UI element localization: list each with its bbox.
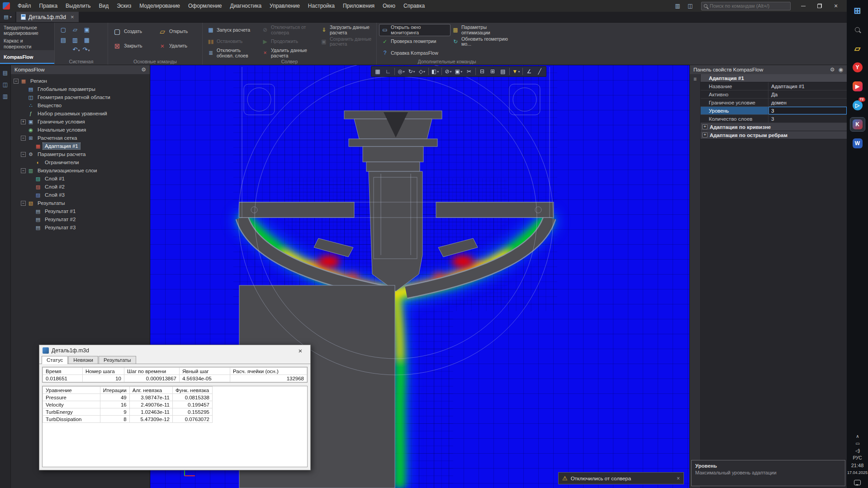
tree-item-calculation-params[interactable]: −⚙Параметры расчета <box>11 150 150 158</box>
run-calculation-button[interactable]: ▦Запуск расчета <box>205 27 260 33</box>
tray-chevron-icon[interactable]: ∧ <box>856 434 859 439</box>
tree-item-result-3[interactable]: ▤Результат #3 <box>11 223 150 232</box>
continue-calculation-button[interactable]: ▶Продолжить <box>260 38 318 45</box>
local-cs-button[interactable]: ∟ <box>383 67 393 76</box>
delete-button[interactable]: ×Удалить <box>156 42 199 51</box>
delete-calculation-data-button[interactable]: ×Удалить данные расчета <box>260 47 318 59</box>
open-document-button[interactable]: ▱Открыть <box>156 28 199 36</box>
restore-button[interactable] <box>811 0 828 12</box>
command-search-input[interactable] <box>710 3 784 9</box>
menubar-item-management[interactable]: Управление <box>266 1 304 10</box>
clip-button[interactable]: ✂ <box>464 67 474 76</box>
tab-status[interactable]: Статус <box>42 356 68 364</box>
menubar-item-modeling[interactable]: Моделирование <box>135 1 184 10</box>
menubar-item-diagnostics[interactable]: Диагностика <box>226 1 266 10</box>
property-row-name[interactable]: НазваниеАдаптация #1 <box>701 82 847 90</box>
panel-tab-tree-icon[interactable]: ▤ <box>3 70 8 76</box>
kompas-3d-button[interactable]: K <box>850 118 865 131</box>
mode-wireframe-surfaces[interactable]: Каркас и поверхности <box>0 37 54 51</box>
volume-icon[interactable]: ◁) <box>855 448 859 453</box>
quick-open-icon[interactable]: ▱ <box>73 26 77 33</box>
undo-button[interactable]: ↶ <box>73 46 80 53</box>
ruler-button[interactable]: ∠ <box>524 67 534 76</box>
start-button[interactable]: ⊞ <box>850 4 865 17</box>
tree-expander[interactable]: − <box>21 136 26 141</box>
dialog-close-button[interactable]: × <box>294 347 307 355</box>
tree-item-equations-set[interactable]: ƒНабор решаемых уравнений <box>11 109 150 118</box>
hide-objects-button[interactable]: ⊘ <box>443 67 453 76</box>
mode-kompasflow[interactable]: KompasFlow <box>0 50 54 64</box>
notifications-icon[interactable] <box>854 480 861 485</box>
tree-expander[interactable]: − <box>21 201 26 206</box>
toast-close-icon[interactable]: × <box>677 475 680 482</box>
gear-icon[interactable]: ⚙ <box>830 66 835 73</box>
property-value[interactable]: Да <box>768 90 847 98</box>
property-group-header[interactable]: Адаптация #1 <box>701 74 847 82</box>
menubar-item-select[interactable]: Выделить <box>62 1 95 10</box>
windows-arrange-icon[interactable]: ◫ <box>684 1 696 10</box>
section-curvature-adaptation[interactable]: +Адаптация по кривизне <box>701 123 847 131</box>
network-icon[interactable]: ▭ <box>855 441 859 446</box>
layout-toggle-icon[interactable]: ▥ <box>672 1 683 10</box>
tree-item-layer-3[interactable]: ▨Слой #3 <box>11 191 150 199</box>
quick-properties-icon[interactable]: ▦ <box>84 37 90 43</box>
menubar-item-help[interactable]: Справка <box>399 1 429 10</box>
update-geometry-button[interactable]: ↻Обновить геометрию мо... <box>450 36 514 47</box>
file-explorer-button[interactable]: ▱ <box>850 42 865 55</box>
yandex-browser-button[interactable]: Y <box>850 61 865 74</box>
section-expander[interactable]: + <box>702 124 707 129</box>
tree-item-boundary-conditions[interactable]: +▣Граничные условия <box>11 118 150 126</box>
quick-print-icon[interactable]: ▤ <box>61 37 66 43</box>
menubar-item-applications[interactable]: Приложения <box>339 1 379 10</box>
tree-item-results[interactable]: −▧Результаты <box>11 199 150 207</box>
snapshot-button[interactable]: ▣ <box>454 67 464 76</box>
telegram-button[interactable]: ▷ 72 <box>850 99 865 112</box>
panel-tab-params-icon[interactable]: ◫ <box>3 81 8 88</box>
menubar-item-sketch[interactable]: Эскиз <box>113 1 135 10</box>
property-value[interactable]: Адаптация #1 <box>768 82 847 90</box>
optimization-parameters-button[interactable]: ▩Параметры оптимизации <box>450 24 514 36</box>
open-monitor-window-button[interactable]: ▭Открыть окно мониторинга <box>379 24 450 36</box>
app-logo-icon[interactable] <box>3 2 10 9</box>
home-tab-button[interactable]: ▤ <box>0 12 15 22</box>
load-calculation-data-button[interactable]: ⇓Загрузить данные расчета <box>318 24 374 36</box>
property-value[interactable]: домен <box>768 99 847 106</box>
section-sharp-edges-adaptation[interactable]: +Адаптация по острым ребрам <box>701 131 847 139</box>
tree-expander[interactable]: + <box>21 119 26 124</box>
property-row-boundary-condition[interactable]: Граничное условиедомен <box>701 99 847 107</box>
close-button[interactable]: × <box>828 0 844 12</box>
section-expander[interactable]: + <box>702 133 707 137</box>
tree-item-layer-2[interactable]: ▨Слой #2 <box>11 183 150 191</box>
property-value-editor[interactable]: 3 <box>768 107 847 114</box>
filter-button[interactable]: ▼ <box>511 67 521 76</box>
media-app-button[interactable]: ▶ <box>850 80 865 93</box>
new-document-button[interactable]: ▢Создать <box>111 28 156 36</box>
layers-button[interactable]: ▤ <box>498 67 508 76</box>
tree-item-result-2[interactable]: ▤Результат #2 <box>11 215 150 223</box>
tree-item-domain-geometry[interactable]: ◫Геометрия расчетной области <box>11 93 150 101</box>
minimize-button[interactable] <box>795 0 811 12</box>
property-row-level[interactable]: Уровень3 <box>701 107 847 115</box>
kompasflow-help-button[interactable]: ?Справка KompasFlow <box>379 50 450 57</box>
dialog-title-bar[interactable]: Деталь1ф.m3d × <box>39 345 310 356</box>
property-value[interactable]: 3 <box>768 115 847 123</box>
document-tab[interactable]: Деталь1ф.m3d × <box>16 12 79 22</box>
taskbar-search-button[interactable] <box>850 23 865 36</box>
tree-item-global-params[interactable]: ▤Глобальные параметры <box>11 85 150 93</box>
probe-button[interactable]: ╱ <box>535 67 545 76</box>
tree-item-layer-1[interactable]: ▨Слой #1 <box>11 175 150 183</box>
clock-time[interactable]: 21:48 <box>851 463 864 468</box>
tree-expander[interactable]: − <box>21 152 26 157</box>
zoom-button[interactable]: ◎ <box>396 67 406 76</box>
quick-new-icon[interactable]: ▢ <box>61 26 66 33</box>
word-button[interactable]: W <box>850 137 865 150</box>
check-geometry-button[interactable]: ✓Проверка геометрии <box>379 38 450 45</box>
menubar-item-window[interactable]: Окно <box>379 1 399 10</box>
tree-item-initial-conditions[interactable]: ◉Начальные условия <box>11 126 150 134</box>
section-plane-button[interactable]: ⊟ <box>477 67 487 76</box>
disconnect-solver-button[interactable]: ⊘Отключиться от солвера <box>260 24 318 36</box>
tree-item-adaptation-1[interactable]: ▦Адаптация #1 <box>11 142 150 150</box>
tree-item-result-1[interactable]: ▤Результат #1 <box>11 207 150 215</box>
clock-date[interactable]: 17.04.2025 <box>847 470 868 475</box>
property-row-layer-count[interactable]: Количество слоев3 <box>701 115 847 123</box>
